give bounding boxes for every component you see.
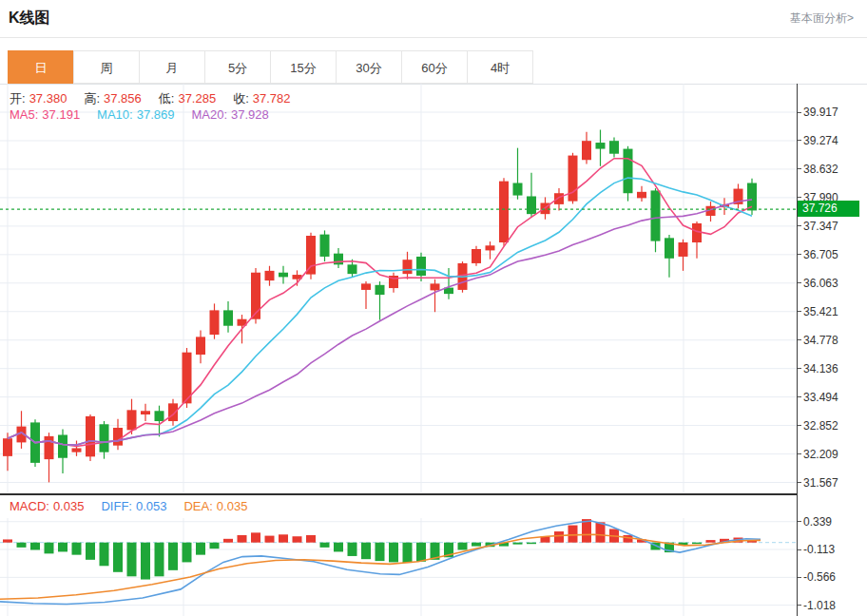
macd-bar: [251, 532, 260, 542]
ohlc-info: 开:37.380高:37.856低:37.285收:37.782: [10, 90, 308, 107]
y-axis-label: 36.705: [797, 247, 865, 262]
candle: [223, 310, 233, 325]
info-value: 0.035: [217, 499, 248, 513]
info-item: MACD:0.035: [10, 499, 87, 513]
info-item: DIFF:0.053: [101, 499, 170, 513]
candle: [168, 403, 178, 421]
candle: [100, 424, 109, 452]
tab-60分[interactable]: 60分: [401, 50, 468, 84]
axis-value: 33.494: [803, 391, 838, 404]
candle: [334, 254, 343, 265]
axis-value: 31.567: [803, 476, 838, 490]
macd-chart[interactable]: [0, 518, 797, 616]
fundamental-analysis-link[interactable]: 基本面分析>: [790, 10, 854, 27]
axis-value: 39.274: [803, 134, 838, 147]
macd-bar: [706, 540, 716, 543]
info-value: 37.380: [29, 91, 67, 106]
info-value: 37.928: [231, 107, 269, 122]
axis-value: 37.347: [803, 220, 838, 233]
y-axis-label: 32.209: [797, 447, 865, 462]
tab-30分[interactable]: 30分: [336, 50, 402, 84]
candle: [499, 182, 509, 242]
candle: [210, 310, 220, 335]
info-item: MA5:37.191: [10, 107, 84, 122]
axis-value: -1.018: [803, 599, 836, 612]
macd-bar: [58, 543, 67, 552]
macd-bar: [279, 534, 288, 542]
macd-bar: [361, 543, 371, 559]
y-axis-line: [797, 84, 798, 616]
candle: [141, 411, 150, 414]
macd-bar: [389, 543, 398, 563]
macd-bar: [596, 522, 606, 542]
macd-bar: [582, 519, 591, 543]
macd-bar: [45, 543, 54, 554]
tab-月[interactable]: 月: [139, 50, 205, 84]
macd-bar: [3, 539, 12, 542]
candle: [651, 190, 661, 241]
candle: [361, 283, 371, 290]
macd-bar: [554, 531, 564, 543]
macd-bar: [127, 543, 137, 577]
macd-bar: [403, 543, 413, 563]
info-label: MA5:: [10, 107, 38, 122]
tab-周[interactable]: 周: [73, 50, 140, 84]
axis-value: 36.063: [803, 277, 838, 290]
candle: [403, 260, 413, 274]
macd-bar: [692, 543, 702, 545]
macd-bar: [141, 543, 150, 580]
candle: [306, 236, 316, 275]
y-axis-label: 35.421: [797, 304, 865, 319]
y-axis-label: 33.494: [797, 390, 865, 405]
kline-chart[interactable]: [0, 84, 797, 492]
y-axis-label: -0.113: [797, 542, 865, 557]
macd-bar: [472, 543, 481, 547]
tab-日[interactable]: 日: [8, 50, 74, 84]
macd-bar: [238, 535, 247, 543]
macd-bar: [183, 543, 192, 563]
info-item: DEA:0.035: [183, 499, 251, 513]
info-label: DEA:: [183, 499, 212, 513]
macd-bar: [30, 543, 40, 550]
y-axis-label: -1.018: [797, 598, 865, 613]
candle: [568, 156, 578, 202]
info-item: 开:37.380: [10, 91, 70, 106]
candle: [58, 434, 67, 457]
current-price-tag: 37.726: [797, 201, 859, 217]
candle: [747, 183, 757, 211]
y-axis-label: 31.567: [797, 475, 865, 491]
info-label: 高:: [84, 91, 100, 106]
tab-5分[interactable]: 5分: [204, 50, 271, 84]
axis-value: 34.778: [803, 334, 838, 347]
info-value: 37.782: [253, 91, 291, 106]
info-label: 收:: [233, 91, 249, 106]
macd-bar: [196, 543, 205, 555]
macd-bar: [416, 543, 426, 562]
macd-bar: [223, 539, 233, 543]
macd-bar: [513, 543, 523, 545]
info-value: 37.869: [137, 107, 175, 122]
candle: [527, 196, 536, 214]
info-item: 高:37.856: [84, 91, 144, 106]
info-value: 37.856: [104, 91, 142, 106]
y-axis-label: 32.852: [797, 418, 865, 433]
macd-bar: [17, 543, 27, 548]
macd-bar: [527, 543, 536, 545]
candle: [582, 141, 591, 160]
tab-15分[interactable]: 15分: [270, 50, 337, 84]
panel-separator: [0, 493, 797, 495]
macd-bar: [72, 543, 82, 555]
candle: [127, 410, 137, 430]
tab-4时[interactable]: 4时: [467, 50, 533, 84]
period-tabs: 日周月5分15分30分60分4时: [0, 50, 867, 85]
candle: [72, 448, 82, 452]
y-axis-label: 38.632: [797, 162, 865, 177]
axis-value: 35.421: [803, 305, 838, 318]
candle: [3, 438, 12, 456]
macd-bar: [568, 526, 578, 543]
macd-bar: [320, 543, 330, 548]
candle: [554, 193, 564, 204]
info-label: MA10:: [97, 107, 133, 122]
candle: [86, 416, 95, 456]
info-item: 收:37.782: [233, 91, 294, 106]
